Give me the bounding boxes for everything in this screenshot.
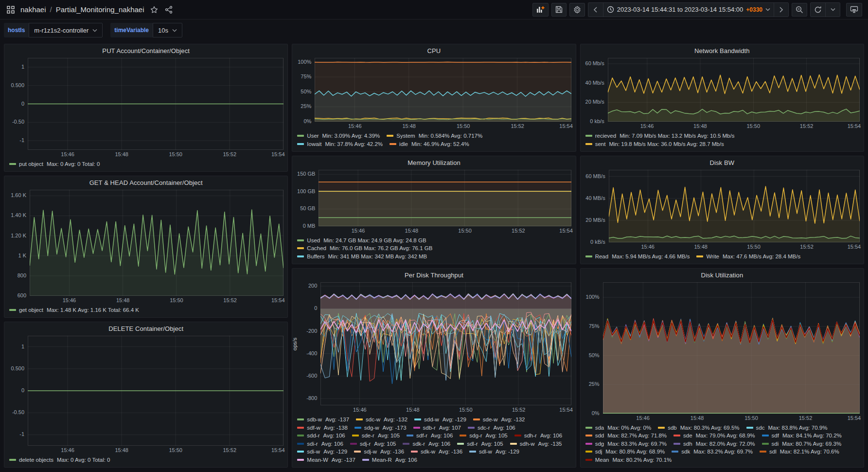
legend-item[interactable]: sdhMax: 82.0% Avg: 72.0% bbox=[673, 440, 755, 448]
dashboard-settings-button gear-icon[interactable] bbox=[569, 3, 585, 17]
plot-area[interactable] bbox=[609, 170, 860, 242]
star-icon[interactable] bbox=[149, 5, 159, 15]
legend-item[interactable]: sde-wAvg: -132 bbox=[473, 416, 525, 424]
legend-item[interactable]: delete objectsMax: 0 Avg: 0 Total: 0 bbox=[9, 456, 110, 464]
plot-area[interactable] bbox=[28, 58, 283, 150]
panel-title[interactable]: Network Bandwidth bbox=[581, 44, 864, 57]
legend-item[interactable]: sdd-rAvg: 106 bbox=[297, 432, 345, 440]
legend: UsedMin: 24.7 GB Max: 24.9 GB Avg: 24.8 … bbox=[292, 235, 571, 262]
y-tick-label: 200 bbox=[308, 283, 317, 289]
legend-item[interactable]: sdi-wAvg: -129 bbox=[297, 448, 347, 456]
chart-svg[interactable] bbox=[603, 282, 860, 414]
legend-item[interactable]: put objectMax: 0 Avg: 0 Total: 0 bbox=[9, 160, 100, 168]
chart-svg[interactable] bbox=[30, 190, 283, 296]
legend-item[interactable]: sdjMax: 80.8% Avg: 68.9% bbox=[585, 448, 665, 456]
panel-title[interactable]: Memory Utilization bbox=[292, 156, 575, 169]
legend-item[interactable]: sdbMax: 80.3% Avg: 69.5% bbox=[658, 424, 739, 432]
chart-svg[interactable] bbox=[609, 170, 860, 242]
legend-item[interactable]: sdk-rAvg: 106 bbox=[403, 440, 450, 448]
y-tick-label: 100 GB bbox=[297, 188, 315, 194]
legend-item[interactable]: sde-rAvg: 105 bbox=[352, 432, 400, 440]
legend-item[interactable]: sdk-wAvg: -136 bbox=[411, 448, 462, 456]
chart-svg[interactable] bbox=[319, 170, 571, 226]
breadcrumb-folder[interactable]: nakhaei bbox=[20, 5, 46, 14]
legend-item[interactable]: sdd-wAvg: -129 bbox=[414, 416, 466, 424]
panel-title[interactable]: Disk BW bbox=[581, 156, 864, 169]
legend-item[interactable]: UsedMin: 24.7 GB Max: 24.9 GB Avg: 24.8 … bbox=[297, 236, 426, 245]
refresh-interval-dropdown chevron-down-icon[interactable] bbox=[825, 3, 840, 17]
legend-item[interactable]: idleMin: 46.9% Avg: 52.4% bbox=[390, 140, 469, 148]
legend-item[interactable]: sdf-rAvg: 106 bbox=[407, 432, 453, 440]
panel-title[interactable]: CPU bbox=[292, 44, 575, 57]
legend-item[interactable]: CachedMin: 76.0 GB Max: 76.2 GB Avg: 76.… bbox=[297, 244, 432, 253]
plot-area[interactable] bbox=[28, 336, 283, 446]
legend-item[interactable]: Mean-RAvg: 106 bbox=[362, 456, 417, 464]
chart-svg[interactable] bbox=[315, 58, 571, 122]
variable-interval-select[interactable]: 10s bbox=[153, 23, 182, 37]
legend-item[interactable]: WriteMax: 47.6 MB/s Avg: 28.4 MB/s bbox=[696, 253, 800, 261]
legend-item[interactable]: sentMin: 19.8 Mb/s Max: 36.0 Mb/s Avg: 2… bbox=[585, 140, 724, 148]
plot-area[interactable] bbox=[319, 170, 571, 226]
legend-item[interactable]: sdi-rAvg: 106 bbox=[297, 440, 343, 448]
y-tick-label: -1 bbox=[19, 431, 24, 437]
kiosk-mode-button monitor-icon[interactable] bbox=[846, 3, 862, 17]
add-panel-button[interactable] bbox=[532, 3, 549, 17]
legend-item[interactable]: Mean-WAvg: -137 bbox=[297, 456, 355, 464]
legend-item[interactable]: UserMin: 3.09% Avg: 4.39% bbox=[297, 132, 380, 140]
legend-item[interactable]: get objectMax: 1.48 K Avg: 1.16 K Total:… bbox=[9, 306, 139, 314]
legend-item[interactable]: sdiMax: 80.7% Avg: 69.3% bbox=[762, 440, 842, 448]
legend-item[interactable]: sdeMax: 79.0% Avg: 68.9% bbox=[673, 432, 755, 440]
legend-item[interactable]: sdh-rAvg: 106 bbox=[514, 432, 562, 440]
legend-item[interactable]: sdgMax: 83.3% Avg: 69.7% bbox=[585, 440, 667, 448]
panel-title[interactable]: Per Disk Throughput bbox=[292, 269, 575, 281]
legend-item[interactable]: sdkMax: 83.2% Avg: 69.7% bbox=[672, 448, 753, 456]
chart-svg[interactable] bbox=[28, 336, 283, 446]
time-range-picker[interactable]: 2023-03-14 15:44:31 to 2023-03-14 15:54:… bbox=[603, 3, 774, 17]
legend-item[interactable]: sdaMax: 0% Avg: 0% bbox=[585, 424, 651, 432]
legend-item[interactable]: IowaitMin: 37.8% Avg: 42.2% bbox=[297, 140, 383, 148]
legend-item[interactable]: sdf-wAvg: -138 bbox=[297, 424, 348, 432]
apps-grid-icon[interactable] bbox=[6, 5, 16, 15]
legend-item[interactable]: MeanMax: 80.2% Avg: 70.1% bbox=[585, 456, 672, 464]
plot-area[interactable] bbox=[608, 58, 860, 122]
legend-item[interactable]: sddMax: 82.7% Avg: 71.8% bbox=[585, 432, 667, 440]
legend-item[interactable]: sdlMax: 82.1% Avg: 70.6% bbox=[760, 448, 839, 456]
legend-item[interactable]: sdb-rAvg: 107 bbox=[413, 424, 461, 432]
legend-item[interactable]: sdcMax: 83.8% Avg: 70.9% bbox=[746, 424, 828, 432]
share-icon[interactable] bbox=[164, 5, 174, 15]
refresh-button refresh-icon[interactable] bbox=[811, 3, 825, 17]
panel-title[interactable]: DELETE Container/Object bbox=[4, 322, 287, 335]
legend-item[interactable]: sdc-rAvg: 106 bbox=[468, 424, 515, 432]
plot-area[interactable] bbox=[603, 282, 860, 414]
legend-item[interactable]: sdl-wAvg: -129 bbox=[469, 448, 519, 456]
legend-item[interactable]: sdc-wAvg: -132 bbox=[356, 416, 407, 424]
panel-title[interactable]: GET & HEAD Account/Container/Object bbox=[4, 176, 287, 189]
time-shift-forward-button chevron-right-icon[interactable] bbox=[774, 3, 788, 17]
legend-item[interactable]: sdj-rAvg: 105 bbox=[350, 440, 396, 448]
chart-svg[interactable] bbox=[608, 58, 860, 122]
variable-host-select[interactable]: m-r1z1s2-controller bbox=[29, 23, 103, 37]
time-shift-back-button chevron-left-icon[interactable] bbox=[588, 3, 603, 17]
plot-area[interactable] bbox=[315, 58, 571, 122]
panel-title[interactable]: Disk Utilization bbox=[581, 269, 864, 281]
panel-title[interactable]: PUT Account/Container/Object bbox=[4, 44, 287, 57]
breadcrumb-dashboard[interactable]: Partial_Monitoring_nakhaei bbox=[56, 5, 144, 14]
legend-item[interactable]: sdfMax: 84.1% Avg: 70.2% bbox=[762, 432, 842, 440]
legend-item[interactable]: SystemMin: 0.584% Avg: 0.717% bbox=[387, 132, 482, 140]
legend-item[interactable]: ReadMax: 5.94 MB/s Avg: 4.66 MB/s bbox=[585, 253, 690, 261]
legend-item[interactable]: sdh-wAvg: -135 bbox=[510, 440, 562, 448]
plot-area[interactable] bbox=[30, 190, 283, 296]
legend-item[interactable]: sdg-rAvg: 105 bbox=[460, 432, 507, 440]
legend-item[interactable]: sdj-wAvg: -136 bbox=[354, 448, 404, 456]
legend-item[interactable]: recievedMin: 7.09 Mb/s Max: 13.2 Mb/s Av… bbox=[585, 132, 735, 140]
legend-item[interactable]: sdg-wAvg: -173 bbox=[354, 424, 407, 432]
chart-svg[interactable] bbox=[28, 58, 283, 150]
legend-item[interactable]: sdl-rAvg: 105 bbox=[457, 440, 503, 448]
chart-svg[interactable] bbox=[320, 282, 571, 405]
legend-item[interactable]: sdb-wAvg: -137 bbox=[297, 416, 349, 424]
y-tick-label: 75% bbox=[589, 323, 600, 329]
zoom-out-button zoom-out-icon[interactable] bbox=[792, 3, 807, 17]
save-dashboard-button[interactable] bbox=[551, 3, 567, 17]
plot-area[interactable] bbox=[320, 282, 571, 405]
legend-item[interactable]: BuffersMin: 341 MB Max: 342 MB Avg: 342 … bbox=[297, 253, 427, 261]
